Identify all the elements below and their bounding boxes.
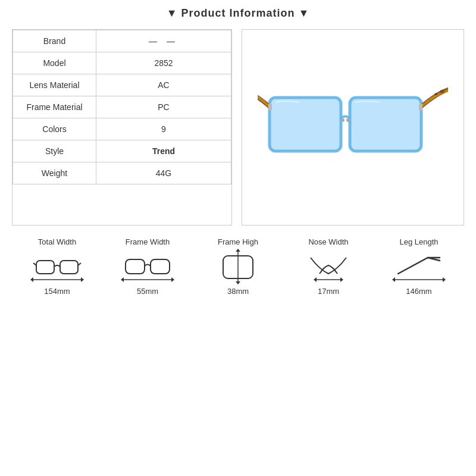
svg-marker-31 <box>443 277 446 282</box>
dim-nose-width-label: Nose Width <box>308 237 348 246</box>
svg-marker-19 <box>171 277 174 282</box>
product-info-header: ▼ Product Information ▼ <box>0 0 476 26</box>
dim-total-width: Total Width 154mm <box>30 237 84 296</box>
table-cell-label: Model <box>13 52 96 74</box>
dim-leg-length-value: 146mm <box>406 287 431 296</box>
dim-frame-width-value: 55mm <box>137 287 158 296</box>
table-cell-label: Style <box>13 140 96 162</box>
table-row: Colors9 <box>13 118 231 140</box>
table-cell-label: Lens Material <box>13 74 96 96</box>
total-width-icon <box>30 249 84 284</box>
table-cell-value: 9 <box>96 118 231 140</box>
table-cell-label: Brand <box>13 30 96 52</box>
dim-leg-length-label: Leg Length <box>399 237 438 246</box>
frame-high-icon <box>211 249 265 284</box>
table-cell-value: 2852 <box>96 52 231 74</box>
dim-total-width-label: Total Width <box>38 237 76 246</box>
svg-point-3 <box>346 118 350 122</box>
table-cell-label: Frame Material <box>13 96 96 118</box>
dim-frame-width: Frame Width 55mm <box>121 237 174 296</box>
table-cell-value: 44G <box>96 162 231 184</box>
table-cell-label: Colors <box>13 118 96 140</box>
svg-marker-12 <box>81 277 84 282</box>
table-row: Lens MaterialAC <box>13 74 231 96</box>
svg-marker-28 <box>340 277 343 282</box>
table-cell-value: Trend <box>96 140 231 162</box>
dim-frame-high-label: Frame High <box>218 237 258 246</box>
svg-rect-21 <box>151 259 170 274</box>
dimensions-section: Total Width 154mm Frame Width <box>12 237 464 296</box>
right-arrow-icon: ▼ <box>299 7 310 19</box>
table-row: StyleTrend <box>13 140 231 162</box>
nose-width-icon <box>302 249 355 284</box>
svg-rect-4 <box>268 104 272 111</box>
table-row: Weight44G <box>13 162 231 184</box>
page-wrapper: ▼ Product Information ▼ Brand— —Model285… <box>0 0 476 476</box>
product-image-svg <box>258 50 448 205</box>
svg-rect-14 <box>60 261 78 274</box>
table-cell-value: AC <box>96 74 231 96</box>
product-image-box <box>242 29 464 226</box>
table-cell-label: Weight <box>13 162 96 184</box>
header-title: Product Information <box>181 7 295 19</box>
dim-nose-width: Nose Width 17mm <box>302 237 355 296</box>
svg-rect-0 <box>270 98 341 151</box>
dim-frame-high: Frame High 38mm <box>211 237 265 296</box>
frame-width-icon <box>121 249 174 284</box>
svg-rect-5 <box>419 104 422 111</box>
table-row: Brand— — <box>13 30 231 52</box>
info-table-wrapper: Brand— —Model2852Lens MaterialACFrame Ma… <box>12 29 232 226</box>
dim-frame-width-label: Frame Width <box>126 237 170 246</box>
svg-rect-20 <box>126 259 145 274</box>
main-content: Brand— —Model2852Lens MaterialACFrame Ma… <box>12 29 464 226</box>
svg-marker-18 <box>121 277 124 282</box>
svg-point-2 <box>341 118 345 122</box>
svg-rect-13 <box>36 261 54 274</box>
info-table: Brand— —Model2852Lens MaterialACFrame Ma… <box>12 30 231 184</box>
svg-point-9 <box>434 93 438 95</box>
dim-leg-length: Leg Length 146mm <box>392 237 446 296</box>
svg-marker-24 <box>236 281 240 284</box>
leg-length-icon <box>392 249 446 284</box>
table-row: Frame MaterialPC <box>13 96 231 118</box>
svg-point-8 <box>440 90 444 93</box>
svg-marker-27 <box>314 277 317 282</box>
dim-frame-high-value: 38mm <box>227 287 249 296</box>
svg-marker-23 <box>236 249 240 252</box>
dim-total-width-value: 154mm <box>44 287 70 296</box>
svg-marker-30 <box>392 277 395 282</box>
left-arrow-icon: ▼ <box>167 7 178 19</box>
table-cell-value: — — <box>96 30 231 52</box>
dim-nose-width-value: 17mm <box>318 287 339 296</box>
svg-rect-1 <box>350 98 421 151</box>
table-row: Model2852 <box>13 52 231 74</box>
table-cell-value: PC <box>96 96 231 118</box>
svg-marker-11 <box>30 277 33 282</box>
